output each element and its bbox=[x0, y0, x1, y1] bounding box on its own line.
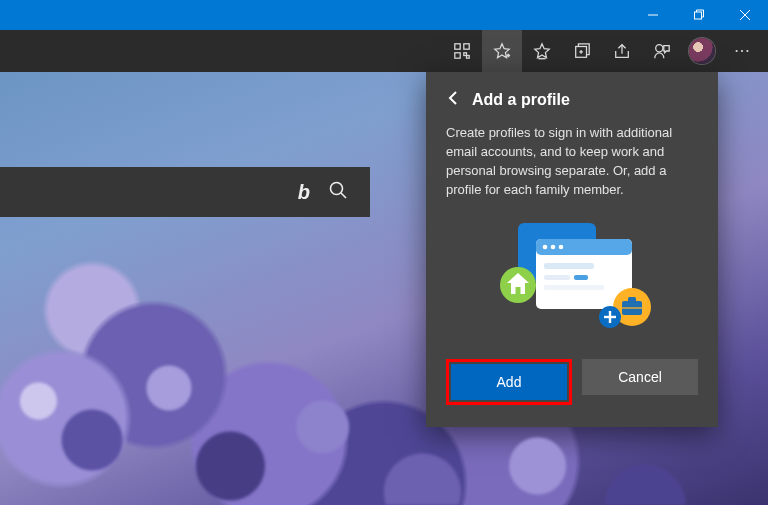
qr-code-icon[interactable] bbox=[442, 30, 482, 72]
svg-line-23 bbox=[341, 193, 346, 198]
back-icon[interactable] bbox=[446, 90, 462, 110]
window-maximize-button[interactable] bbox=[676, 0, 722, 30]
svg-point-22 bbox=[331, 183, 343, 195]
svg-rect-1 bbox=[695, 12, 702, 19]
svg-rect-33 bbox=[544, 285, 604, 290]
add-button[interactable]: Add bbox=[451, 364, 567, 400]
annotation-highlight: Add bbox=[446, 359, 572, 405]
cancel-button[interactable]: Cancel bbox=[582, 359, 698, 395]
share-icon[interactable] bbox=[602, 30, 642, 72]
search-bar[interactable]: b bbox=[0, 167, 370, 217]
profile-avatar-button[interactable] bbox=[682, 30, 722, 72]
svg-rect-4 bbox=[455, 44, 460, 49]
collections-icon[interactable] bbox=[562, 30, 602, 72]
search-icon bbox=[328, 180, 348, 204]
browser-toolbar bbox=[0, 30, 768, 72]
svg-rect-32 bbox=[574, 275, 588, 280]
svg-rect-31 bbox=[544, 275, 570, 280]
window-titlebar bbox=[0, 0, 768, 30]
svg-point-29 bbox=[559, 245, 564, 250]
flyout-description: Create profiles to sign in with addition… bbox=[446, 124, 698, 199]
page-content: b Add a profile Create profiles to sign … bbox=[0, 72, 768, 505]
svg-marker-12 bbox=[535, 44, 549, 58]
add-profile-flyout: Add a profile Create profiles to sign in… bbox=[426, 72, 718, 427]
svg-point-19 bbox=[736, 50, 738, 52]
svg-rect-6 bbox=[455, 53, 460, 58]
avatar bbox=[689, 38, 715, 64]
bing-logo-icon: b bbox=[298, 181, 310, 204]
svg-rect-40 bbox=[628, 297, 636, 302]
favorites-icon[interactable] bbox=[522, 30, 562, 72]
svg-rect-8 bbox=[467, 56, 470, 59]
svg-rect-30 bbox=[544, 263, 594, 269]
add-favorite-icon[interactable] bbox=[482, 30, 522, 72]
svg-rect-26 bbox=[536, 239, 632, 255]
svg-point-27 bbox=[543, 245, 548, 250]
window-minimize-button[interactable] bbox=[630, 0, 676, 30]
svg-rect-5 bbox=[464, 44, 469, 49]
svg-point-20 bbox=[741, 50, 743, 52]
more-menu-button[interactable] bbox=[722, 30, 762, 72]
svg-point-28 bbox=[551, 245, 556, 250]
window-close-button[interactable] bbox=[722, 0, 768, 30]
svg-point-18 bbox=[656, 45, 663, 52]
feedback-icon[interactable] bbox=[642, 30, 682, 72]
flyout-title: Add a profile bbox=[472, 91, 570, 109]
svg-point-21 bbox=[746, 50, 748, 52]
svg-rect-37 bbox=[516, 287, 521, 294]
profile-illustration bbox=[446, 217, 698, 337]
